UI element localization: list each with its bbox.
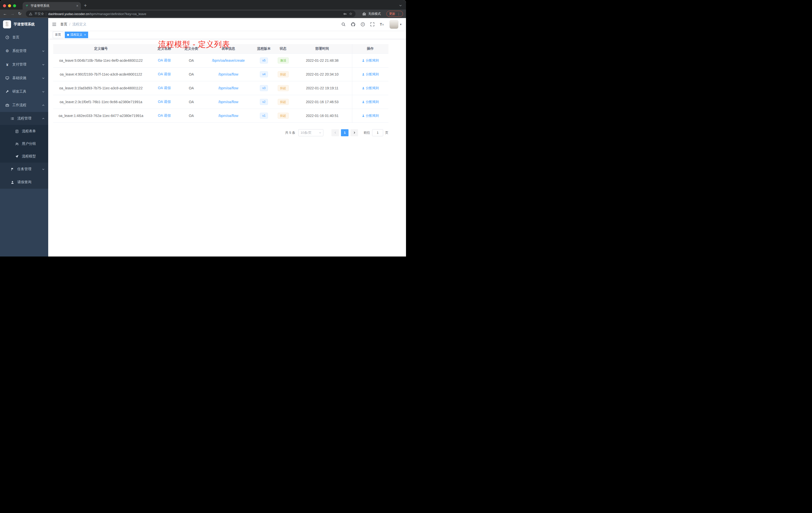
page-content: 定义编号 定义名称 定义分类 表单信息 流程版本 状态 部署时间 操作 oa_l	[48, 39, 406, 256]
window-zoom-button[interactable]	[13, 4, 16, 7]
wrench-icon	[5, 90, 9, 94]
user-menu[interactable]: ▾	[389, 20, 402, 29]
sidebar-item-task-management[interactable]: 任务管理	[0, 163, 48, 176]
tag-label: 流程定义	[70, 33, 82, 37]
sidebar-item-workflow[interactable]: 工作流程	[0, 98, 48, 112]
page-size-select[interactable]: 10条/页	[298, 129, 323, 136]
chevron-down-icon	[319, 131, 321, 134]
gear-icon: ⚙	[5, 49, 9, 53]
sidebar-item-label: 流程表单	[22, 129, 45, 133]
sidebar-item-rd-tools[interactable]: 研发工具	[0, 85, 48, 98]
sidebar-item-infrastructure[interactable]: 基础设施	[0, 71, 48, 85]
svg-text:T: T	[380, 23, 382, 26]
window-close-button[interactable]	[3, 4, 6, 7]
sidebar-item-label: 首页	[12, 35, 45, 40]
assign-rule-link[interactable]: 分配规则	[362, 58, 379, 63]
definition-name-link[interactable]: OA 请假	[158, 72, 171, 76]
page-unit-label: 页	[385, 130, 388, 135]
assign-rule-link[interactable]: 分配规则	[362, 86, 379, 90]
next-page-button[interactable]	[350, 129, 358, 136]
deploy-time: 2022-01-22 19:19:11	[306, 86, 339, 90]
definition-id: oa_leave:4:991f2193-7b7f-11ec-a3c8-acde4…	[60, 72, 142, 76]
help-icon[interactable]: ?	[360, 22, 365, 27]
column-header-status: 状态	[274, 44, 292, 54]
browser-update-button[interactable]: 更新 ⋮	[386, 11, 403, 17]
top-navbar: 首页 / 流程定义 ?	[48, 18, 406, 31]
definition-name-link[interactable]: OA 请假	[158, 114, 171, 117]
tag-home[interactable]: 首页	[53, 32, 63, 38]
status-tag: 挂起	[278, 99, 289, 105]
tags-view-bar: 首页 流程定义 ×	[48, 31, 406, 39]
tag-process-definition[interactable]: 流程定义 ×	[65, 32, 88, 38]
sidebar-item-leave-query[interactable]: 请假查询	[0, 176, 48, 189]
form-info-link[interactable]: /bpm/oa/flow	[219, 72, 238, 76]
address-bar[interactable]: 不安全 dashboard.yudao.iocoder.cn/bpm/manag…	[26, 10, 355, 17]
yen-icon: ¥	[5, 62, 9, 67]
goto-page-input[interactable]	[372, 129, 383, 136]
tab-close-icon[interactable]: ×	[76, 4, 78, 8]
avatar	[389, 20, 399, 29]
password-key-icon[interactable]	[343, 12, 347, 16]
status-tag: 挂起	[278, 71, 289, 77]
prev-page-button[interactable]	[331, 129, 339, 136]
sidebar-item-process-management[interactable]: 流程管理	[0, 112, 48, 125]
column-header-definition-id: 定义编号	[53, 44, 149, 54]
sidebar-item-payment-management[interactable]: ¥ 支付管理	[0, 58, 48, 71]
form-info-link[interactable]: /bpm/oa/flow	[219, 114, 238, 118]
active-dot	[67, 34, 69, 36]
assign-rule-link[interactable]: 分配规则	[362, 72, 379, 77]
sidebar-item-label: 系统管理	[12, 49, 42, 53]
monitor-icon	[5, 76, 9, 80]
sidebar-item-process-model[interactable]: 流程模型	[0, 150, 48, 163]
incognito-icon	[362, 12, 366, 16]
version-tag: v4	[260, 71, 268, 77]
browser-menu-dots-icon[interactable]: ⋮	[397, 12, 401, 16]
sidebar-item-user-group[interactable]: 用户分组	[0, 138, 48, 150]
assign-rule-link[interactable]: 分配规则	[362, 114, 379, 118]
version-tag: v5	[260, 58, 268, 63]
tag-close-icon[interactable]: ×	[84, 33, 86, 37]
definition-name-link[interactable]: OA 请假	[158, 58, 171, 62]
definition-category: OA	[189, 100, 194, 104]
bookmark-star-icon[interactable]: ☆	[349, 11, 352, 16]
sidebar-item-process-form[interactable]: 流程表单	[0, 125, 48, 138]
page-number-button[interactable]: 1	[341, 129, 348, 136]
back-button[interactable]: ←	[3, 12, 7, 16]
font-size-icon[interactable]: TT	[380, 22, 384, 27]
form-info-link[interactable]: /bpm/oa/flow	[219, 100, 238, 104]
breadcrumb-current: 流程定义	[72, 22, 86, 27]
search-icon[interactable]	[341, 22, 346, 27]
form-info-link[interactable]: /bpm/oa/flow	[219, 86, 238, 90]
chevron-down-icon	[42, 90, 45, 93]
definition-id: oa_leave:1:482ec033-762a-11ec-8477-a2380…	[58, 114, 143, 118]
breadcrumb-home[interactable]: 首页	[60, 22, 67, 27]
definition-category: OA	[189, 72, 194, 76]
column-header-actions: 操作	[352, 44, 388, 54]
column-header-definition-category: 定义分类	[180, 44, 203, 54]
url-host: dashboard.yudao.iocoder.cn	[48, 12, 89, 16]
forward-button[interactable]: →	[10, 12, 14, 16]
sidebar-toggle-icon[interactable]	[48, 22, 60, 27]
sidebar-logo[interactable]: 芋道管理系统	[0, 18, 48, 31]
window-minimize-button[interactable]	[8, 4, 11, 7]
version-tag: v2	[260, 99, 268, 105]
sidebar-item-system-management[interactable]: ⚙ 系统管理	[0, 44, 48, 58]
new-tab-button[interactable]: +	[84, 3, 87, 8]
sidebar-item-home[interactable]: 首页	[0, 31, 48, 44]
assign-rule-label: 分配规则	[366, 114, 379, 118]
tab-search-chevron-icon[interactable]	[399, 4, 402, 7]
definition-name-link[interactable]: OA 请假	[158, 86, 171, 90]
github-icon[interactable]	[351, 22, 355, 27]
assign-rule-link[interactable]: 分配规则	[362, 100, 379, 104]
reload-button[interactable]: ↻	[18, 12, 21, 16]
form-info-link[interactable]: /bpm/oa/leave/create	[212, 58, 245, 62]
sidebar-item-label: 研发工具	[12, 89, 42, 94]
fullscreen-icon[interactable]	[370, 22, 375, 27]
users-icon	[14, 142, 19, 146]
browser-tab[interactable]: 芋道管理系统 ×	[23, 2, 81, 9]
column-header-form-info: 表单信息	[203, 44, 254, 54]
tab-favicon-icon	[25, 4, 29, 7]
url-path: /bpm/manager/definition?key=oa_leave	[89, 12, 146, 16]
definition-name-link[interactable]: OA 请假	[158, 100, 171, 104]
dashboard-icon	[5, 35, 9, 39]
